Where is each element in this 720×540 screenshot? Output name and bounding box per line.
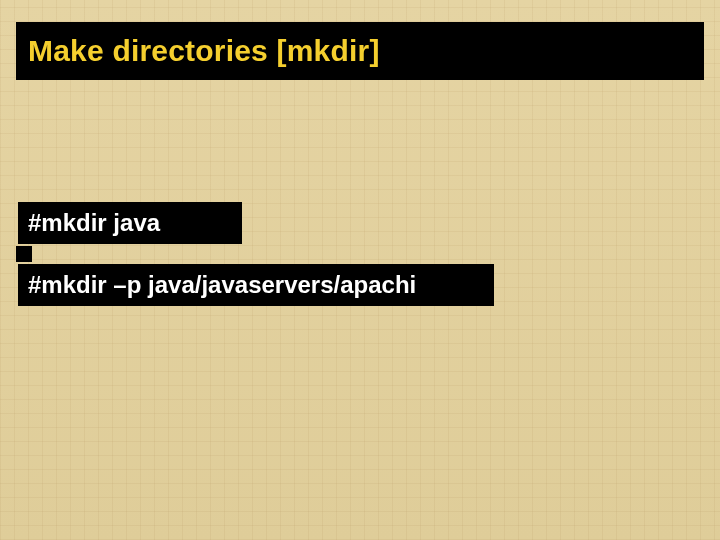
command-box-1: #mkdir java [18,202,242,244]
command-text-1: #mkdir java [28,209,160,237]
command-box-2: #mkdir –p java/javaservers/apachi [18,264,494,306]
slide-title-bar: Make directories [mkdir] [16,22,704,80]
decorative-block [16,246,32,262]
slide-title: Make directories [mkdir] [28,34,380,68]
command-text-2: #mkdir –p java/javaservers/apachi [28,271,416,299]
